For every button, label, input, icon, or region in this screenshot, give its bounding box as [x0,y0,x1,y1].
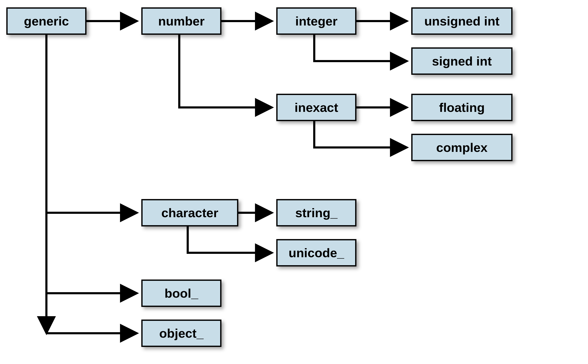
node-label: generic [24,14,69,28]
node-label: character [161,206,218,220]
node-complex: complex [411,134,513,161]
node-object: object_ [141,319,221,347]
node-label: floating [439,100,485,115]
edge-integer-signed [314,35,407,61]
edge-inexact-complex [314,121,407,147]
node-label: bool_ [165,286,198,301]
node-label: number [158,14,205,28]
node-signed-int: signed int [411,47,513,75]
node-integer: integer [276,7,356,35]
node-label: unicode_ [288,246,344,260]
node-floating: floating [411,94,513,121]
node-unicode: unicode_ [276,239,356,266]
edge-number-inexact [179,35,272,107]
node-unsigned-int: unsigned int [411,7,513,35]
node-generic: generic [6,7,87,35]
node-label: string_ [295,206,337,220]
node-string: string_ [276,199,356,227]
node-inexact: inexact [276,94,356,121]
node-label: unsigned int [424,14,500,28]
node-bool: bool_ [141,280,221,307]
node-label: complex [436,140,488,155]
node-number: number [141,7,221,35]
node-label: object_ [159,326,204,341]
node-label: signed int [432,54,492,68]
node-character: character [141,199,238,227]
node-label: integer [295,14,337,28]
edge-character-unicode [188,227,272,253]
node-label: inexact [295,100,338,115]
diagram-canvas: generic number integer unsigned int sign… [0,0,588,364]
